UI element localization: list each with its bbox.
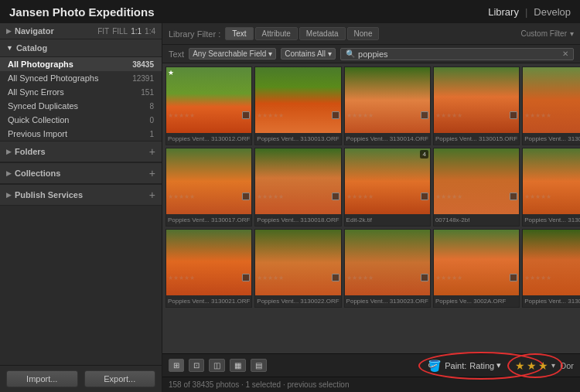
rating-dropdown-arrow: ▾ bbox=[496, 360, 501, 370]
catalog-title: Catalog bbox=[16, 43, 47, 53]
zoom-1-4[interactable]: 1:4 bbox=[145, 27, 155, 36]
photo-cell[interactable]: ★★★★★★Poppies Vent... 3130012.ORF bbox=[165, 66, 252, 145]
view-map-button[interactable]: ▤ bbox=[251, 359, 267, 372]
photo-checkbox[interactable] bbox=[510, 274, 517, 281]
photo-filename: Poppies Vent... 3130025.ORF bbox=[523, 295, 580, 307]
search-input[interactable]: poppies bbox=[358, 49, 562, 59]
filter-tab-none[interactable]: None bbox=[347, 27, 380, 40]
photo-filename: Poppies Vent... 3130017.ORF bbox=[166, 214, 251, 226]
view-survey-button[interactable]: ▦ bbox=[230, 359, 246, 372]
photo-cell[interactable]: ★★★★★Poppies Vent... 3130015.ORF bbox=[433, 66, 520, 145]
collections-header[interactable]: ▶ Collections + bbox=[0, 163, 162, 184]
catalog-item[interactable]: All Synced Photographs 12391 bbox=[0, 71, 162, 85]
paint-area: 🪣 Paint: Rating ▾ bbox=[426, 358, 501, 373]
match-dropdown-value: Contains All bbox=[285, 49, 326, 58]
filter-tab-text[interactable]: Text bbox=[225, 27, 253, 40]
photo-cell[interactable]: 4★★★★★Edit-2k.tif bbox=[344, 148, 431, 227]
rating-label: Rating bbox=[469, 361, 494, 370]
catalog-item-label-5: Previous Import bbox=[8, 129, 149, 138]
catalog-item[interactable]: All Sync Errors 151 bbox=[0, 85, 162, 99]
match-dropdown[interactable]: Contains All ▾ bbox=[281, 48, 336, 60]
photo-flag: ★ bbox=[168, 69, 174, 77]
field-dropdown-value: Any Searchable Field bbox=[193, 49, 266, 58]
publish-services-title: Publish Services bbox=[15, 190, 149, 199]
catalog-item[interactable]: Synced Duplicates 8 bbox=[0, 99, 162, 113]
custom-filter-dropdown[interactable]: Custom Filter ▾ bbox=[521, 29, 574, 38]
photo-filename: Edit-2k.tif bbox=[345, 214, 430, 226]
module-library[interactable]: Library bbox=[488, 6, 519, 18]
photo-checkbox[interactable] bbox=[421, 193, 428, 200]
photo-checkbox[interactable] bbox=[332, 274, 339, 281]
folders-header[interactable]: ▶ Folders + bbox=[0, 141, 162, 162]
catalog-item[interactable]: Quick Collection 0 bbox=[0, 113, 162, 127]
photo-cell[interactable]: ★★★★★Poppies Vent... 3130025.ORF bbox=[522, 229, 580, 308]
rating-dropdown[interactable]: Rating ▾ bbox=[469, 360, 501, 370]
filter-tab-attribute[interactable]: Attribute bbox=[255, 27, 298, 40]
photo-star-rating: ★★★★★ bbox=[346, 274, 374, 281]
stars-dropdown-arrow[interactable]: ▾ bbox=[551, 361, 555, 370]
photo-checkbox[interactable] bbox=[332, 111, 339, 119]
paint-icon-button[interactable]: 🪣 bbox=[426, 358, 442, 373]
photo-checkbox[interactable] bbox=[510, 111, 517, 119]
zoom-fit[interactable]: FIT bbox=[97, 27, 109, 36]
star-1[interactable]: ★ bbox=[515, 360, 525, 372]
photo-cell[interactable]: ★★★★★Poppies Vent... 3130018.ORF bbox=[254, 148, 341, 227]
module-separator: | bbox=[525, 6, 527, 18]
photo-star-rating: ★★★★★ bbox=[346, 193, 374, 200]
field-dropdown-arrow: ▾ bbox=[268, 49, 272, 58]
view-loupe-button[interactable]: ⊡ bbox=[189, 359, 204, 372]
photo-cell[interactable]: ★★★★★007148x-2bf bbox=[433, 148, 520, 227]
photo-filename: Poppies Vent... 3130023.ORF bbox=[345, 295, 430, 307]
view-compare-button[interactable]: ◫ bbox=[209, 359, 225, 372]
photo-cell[interactable]: ★★★★★Poppies Vent... 3130021.ORF bbox=[165, 229, 252, 308]
catalog-item[interactable]: Previous Import 1 bbox=[0, 127, 162, 141]
star-3[interactable]: ★ bbox=[538, 360, 548, 372]
photo-cell[interactable]: 2★★★★★Poppies Vent... 3130016.0RF bbox=[522, 66, 580, 145]
photo-star-rating: ★★★★★ bbox=[257, 193, 284, 200]
photo-star-rating: ★★★★★ bbox=[435, 274, 462, 281]
star-2[interactable]: ★ bbox=[527, 360, 537, 372]
photo-cell[interactable]: ★★★★★Poppies Vent... 3130022.ORF bbox=[254, 229, 341, 308]
photo-cell[interactable]: ★★★★★Poppies Vent... 3130013.ORF bbox=[254, 66, 341, 145]
zoom-1-1[interactable]: 1:1 bbox=[131, 27, 142, 36]
photo-checkbox[interactable] bbox=[242, 274, 250, 281]
search-input-wrap[interactable]: 🔍 poppies ✕ bbox=[340, 48, 574, 60]
catalog-item-count-2: 151 bbox=[141, 88, 154, 97]
photo-filename: 007148x-2bf bbox=[434, 214, 519, 226]
photo-cell[interactable]: ★★★★★Poppies Vent... 3130017.ORF bbox=[165, 148, 252, 227]
collections-arrow: ▶ bbox=[6, 169, 12, 177]
photo-cell[interactable]: ★★★★★Poppies Vent... 3130023.ORF bbox=[344, 229, 431, 308]
collections-add-button[interactable]: + bbox=[149, 167, 155, 179]
catalog-header[interactable]: ▼ Catalog bbox=[0, 39, 162, 57]
publish-services-header[interactable]: ▶ Publish Services + bbox=[0, 185, 162, 206]
photo-cell[interactable]: ★★★★★Poppies Ve... 3002A.ORF bbox=[433, 229, 520, 308]
photo-checkbox[interactable] bbox=[242, 111, 250, 119]
folders-add-button[interactable]: + bbox=[149, 145, 155, 158]
photo-cell[interactable]: ★★★★★Poppies Vent... 3130014.ORF bbox=[344, 66, 431, 145]
field-dropdown[interactable]: Any Searchable Field ▾ bbox=[189, 48, 276, 60]
photo-checkbox[interactable] bbox=[421, 274, 428, 281]
view-grid-button[interactable]: ⊞ bbox=[169, 359, 184, 372]
photo-cell[interactable]: 1★★★★★Poppies Vent... 3130019.ORF bbox=[522, 148, 580, 227]
import-button[interactable]: Import... bbox=[6, 370, 78, 387]
photo-checkbox[interactable] bbox=[510, 193, 517, 200]
export-button[interactable]: Export... bbox=[84, 370, 156, 387]
photo-filename: Poppies Vent... 3130018.ORF bbox=[255, 214, 340, 226]
publish-services-add-button[interactable]: + bbox=[149, 189, 155, 201]
photo-checkbox[interactable] bbox=[332, 193, 339, 200]
search-clear-button[interactable]: ✕ bbox=[562, 49, 568, 58]
photo-checkbox[interactable] bbox=[242, 193, 250, 200]
filter-tab-metadata[interactable]: Metadata bbox=[299, 27, 346, 40]
zoom-fill[interactable]: FILL bbox=[112, 27, 128, 36]
navigator-header[interactable]: ▶ Navigator FIT FILL 1:1 1:4 bbox=[0, 23, 162, 39]
photo-grid: ★★★★★★Poppies Vent... 3130012.ORF★★★★★Po… bbox=[162, 63, 580, 353]
app-title: Jansen Photo Expeditions bbox=[9, 5, 155, 19]
catalog-item-count-4: 0 bbox=[149, 116, 154, 124]
module-develop[interactable]: Develop bbox=[534, 6, 571, 18]
catalog-item[interactable]: All Photographs 38435 bbox=[0, 57, 162, 71]
photo-star-rating: ★★★★★ bbox=[168, 112, 195, 119]
photo-checkbox[interactable] bbox=[421, 111, 428, 119]
photo-star-rating: ★★★★★ bbox=[435, 112, 462, 119]
photo-star-rating: ★★★★★ bbox=[524, 274, 551, 281]
catalog-item-label-0: All Photographs bbox=[8, 60, 132, 69]
